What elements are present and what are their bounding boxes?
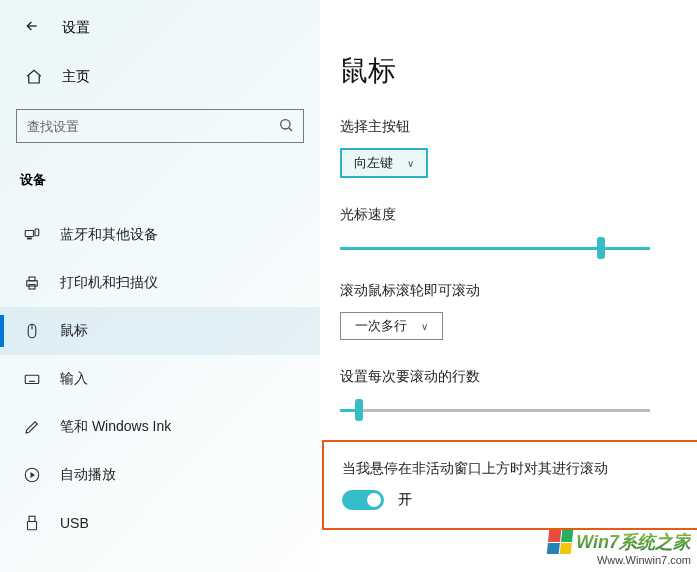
lines-per-scroll-slider[interactable] xyxy=(340,409,650,412)
category-label: 设备 xyxy=(0,143,320,189)
cursor-speed-section: 光标速度 xyxy=(340,206,697,254)
cursor-speed-label: 光标速度 xyxy=(340,206,697,224)
usb-icon xyxy=(22,513,42,533)
main-content: 鼠标 选择主按钮 向左键 ∨ 光标速度 滚动鼠标滚轮即可滚动 一次多行 ∨ 设置… xyxy=(340,0,697,572)
primary-button-dropdown[interactable]: 向左键 ∨ xyxy=(340,148,428,178)
inactive-scroll-toggle[interactable] xyxy=(342,490,384,510)
search-icon xyxy=(278,117,294,137)
sidebar-item-typing[interactable]: 输入 xyxy=(0,355,320,403)
cursor-speed-slider[interactable] xyxy=(340,247,650,250)
wheel-scroll-dropdown[interactable]: 一次多行 ∨ xyxy=(340,312,443,340)
wheel-scroll-section: 滚动鼠标滚轮即可滚动 一次多行 ∨ xyxy=(340,282,697,340)
svg-point-0 xyxy=(281,120,290,129)
primary-button-section: 选择主按钮 向左键 ∨ xyxy=(340,118,697,178)
svg-rect-2 xyxy=(28,238,32,239)
window-title: 设置 xyxy=(62,19,90,37)
primary-button-label: 选择主按钮 xyxy=(340,118,697,136)
sidebar-item-label: 自动播放 xyxy=(60,466,116,484)
highlight-annotation: 当我悬停在非活动窗口上方时对其进行滚动 开 xyxy=(322,440,697,530)
back-icon[interactable] xyxy=(24,18,40,37)
inactive-scroll-label: 当我悬停在非活动窗口上方时对其进行滚动 xyxy=(342,460,697,478)
printer-icon xyxy=(22,273,42,293)
lines-per-scroll-section: 设置每次要滚动的行数 xyxy=(340,368,697,416)
search-wrap xyxy=(16,109,304,143)
sidebar-item-label: 打印机和扫描仪 xyxy=(60,274,158,292)
sidebar-item-bluetooth[interactable]: 蓝牙和其他设备 xyxy=(0,211,320,259)
search-input[interactable] xyxy=(16,109,304,143)
svg-rect-5 xyxy=(29,277,35,281)
sidebar-item-printers[interactable]: 打印机和扫描仪 xyxy=(0,259,320,307)
sidebar-item-usb[interactable]: USB xyxy=(0,499,320,547)
dropdown-value: 一次多行 xyxy=(355,317,407,335)
dropdown-value: 向左键 xyxy=(354,154,393,172)
svg-rect-9 xyxy=(25,375,39,383)
page-title: 鼠标 xyxy=(340,52,697,90)
svg-rect-1 xyxy=(25,231,33,237)
autoplay-icon xyxy=(22,465,42,485)
sidebar-item-pen[interactable]: 笔和 Windows Ink xyxy=(0,403,320,451)
chevron-down-icon: ∨ xyxy=(407,158,414,169)
toggle-state-label: 开 xyxy=(398,491,412,509)
sidebar-item-label: 笔和 Windows Ink xyxy=(60,418,171,436)
sidebar-topbar: 设置 xyxy=(0,0,320,37)
svg-rect-3 xyxy=(35,229,39,236)
settings-sidebar: 设置 主页 设备 蓝牙和其他设备 xyxy=(0,0,320,572)
sidebar-home[interactable]: 主页 xyxy=(0,37,320,87)
svg-rect-4 xyxy=(27,281,38,286)
chevron-down-icon: ∨ xyxy=(421,321,428,332)
lines-per-scroll-label: 设置每次要滚动的行数 xyxy=(340,368,697,386)
sidebar-item-label: USB xyxy=(60,515,89,531)
home-icon xyxy=(24,67,44,87)
pen-icon xyxy=(22,417,42,437)
wheel-scroll-label: 滚动鼠标滚轮即可滚动 xyxy=(340,282,697,300)
sidebar-item-autoplay[interactable]: 自动播放 xyxy=(0,451,320,499)
sidebar-item-mouse[interactable]: 鼠标 xyxy=(0,307,320,355)
svg-rect-6 xyxy=(29,285,35,290)
svg-rect-15 xyxy=(29,516,35,521)
keyboard-icon xyxy=(22,369,42,389)
sidebar-item-label: 输入 xyxy=(60,370,88,388)
sidebar-item-label: 鼠标 xyxy=(60,322,88,340)
sidebar-nav: 蓝牙和其他设备 打印机和扫描仪 鼠标 xyxy=(0,211,320,547)
devices-icon xyxy=(22,225,42,245)
sidebar-item-label: 蓝牙和其他设备 xyxy=(60,226,158,244)
home-label: 主页 xyxy=(62,68,90,86)
mouse-icon xyxy=(22,321,42,341)
svg-rect-16 xyxy=(28,522,37,530)
